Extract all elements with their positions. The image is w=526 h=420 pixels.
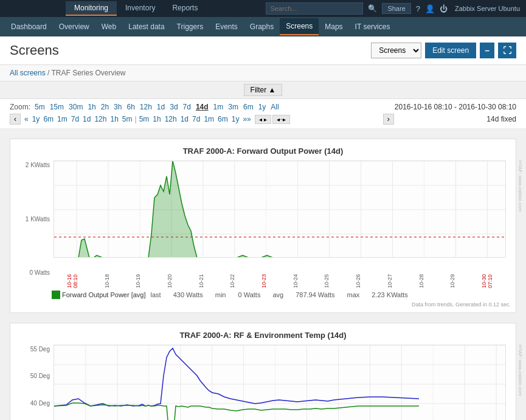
fixed-label: 14d fixed bbox=[486, 115, 516, 123]
zoom-6m[interactable]: 6m bbox=[241, 103, 255, 111]
x-label-1016: 10-16 08:10 bbox=[66, 261, 78, 288]
top-navigation: Monitoring Inventory Reports 🔍 Share ? 👤… bbox=[0, 0, 526, 17]
header-controls: Screens Edit screen – ⛶ bbox=[371, 43, 516, 58]
period-12h-left[interactable]: 12h bbox=[93, 115, 108, 123]
period-1y-right[interactable]: 1y bbox=[230, 115, 241, 123]
legend-color-1 bbox=[52, 291, 60, 299]
zoom-3d[interactable]: 3d bbox=[168, 103, 179, 111]
prev-button[interactable]: ‹ bbox=[10, 114, 21, 125]
chart-1: TRAF 2000-A: Forward Output Power (14d) … bbox=[10, 139, 516, 313]
period-6m-right[interactable]: 6m bbox=[216, 115, 229, 123]
zoom-5m[interactable]: 5m bbox=[33, 103, 47, 111]
stat-max-label: max bbox=[347, 291, 360, 298]
zoom-label: Zoom: bbox=[10, 103, 30, 111]
zoom-links: 5m 15m 30m 1h 2h 3h 6h 12h 1d 3d 7d 14d … bbox=[33, 103, 281, 111]
zoom-all[interactable]: All bbox=[269, 103, 280, 111]
chart-1-watermark: HTAF: www.zabbix.com bbox=[517, 160, 523, 258]
nav-reports[interactable]: Reports bbox=[164, 1, 206, 16]
period-start[interactable]: « bbox=[23, 115, 30, 123]
tab-it-services[interactable]: IT services bbox=[349, 19, 396, 35]
tab-events[interactable]: Events bbox=[209, 19, 244, 35]
tab-web[interactable]: Web bbox=[95, 19, 122, 35]
expand-button[interactable]: ⛶ bbox=[498, 43, 516, 58]
help-icon[interactable]: ? bbox=[416, 4, 420, 13]
minus-button[interactable]: – bbox=[480, 43, 494, 58]
period-5m-left[interactable]: 5m bbox=[121, 115, 134, 123]
tab-screens[interactable]: Screens bbox=[280, 18, 319, 35]
search-input[interactable] bbox=[266, 2, 363, 15]
period-end[interactable]: »» bbox=[241, 115, 252, 123]
tab-latest-data[interactable]: Latest data bbox=[122, 19, 170, 35]
period-1y-left[interactable]: 1y bbox=[31, 115, 41, 123]
power-icon[interactable]: ⏻ bbox=[440, 4, 448, 13]
zoom-30m[interactable]: 30m bbox=[67, 103, 85, 111]
zoom-3h[interactable]: 3h bbox=[112, 103, 123, 111]
tab-overview[interactable]: Overview bbox=[53, 19, 95, 35]
x-label-1022: 10-22 bbox=[229, 261, 235, 288]
zoom-1y[interactable]: 1y bbox=[257, 103, 268, 111]
tab-dashboard[interactable]: Dashboard bbox=[5, 19, 53, 35]
x-label-1020: 10-20 bbox=[167, 261, 173, 288]
tab-maps[interactable]: Maps bbox=[319, 19, 348, 35]
x-label-1026: 10-26 bbox=[355, 261, 361, 288]
search-icon[interactable]: 🔍 bbox=[368, 4, 377, 13]
zoom-14d[interactable]: 14d bbox=[194, 103, 210, 111]
edit-screen-button[interactable]: Edit screen bbox=[425, 43, 476, 58]
period-links-left: « 1y 6m 1m 7d 1d 12h 1h 5m | 5m 1h 12h 1… bbox=[23, 115, 252, 123]
user-icon[interactable]: 👤 bbox=[425, 4, 435, 13]
stat-avg-value-1: 787.94 Watts bbox=[296, 291, 334, 298]
chart-1-y-axis: 2 KWatts 1 KWatts 0 Watts bbox=[20, 160, 54, 288]
period-1h-right[interactable]: 1h bbox=[151, 115, 162, 123]
period-7d-right[interactable]: 7d bbox=[191, 115, 201, 123]
period-5m-right[interactable]: 5m bbox=[138, 115, 151, 123]
period-12h-right[interactable]: 12h bbox=[164, 115, 178, 123]
chart-1-svg-wrapper: 10-16 08:10 10-18 10-19 10-20 10-21 10-2… bbox=[54, 160, 506, 288]
chart-1-footer: Data from trends. Generated in 0.12 sec. bbox=[15, 301, 511, 308]
zoom-1m[interactable]: 1m bbox=[212, 103, 226, 111]
period-1h-left[interactable]: 1h bbox=[109, 115, 119, 123]
breadcrumb-all-screens[interactable]: All screens bbox=[10, 69, 46, 77]
zoom-controls: Zoom: 5m 15m 30m 1h 2h 3h 6h 12h 1d 3d 7… bbox=[10, 103, 281, 111]
top-nav-right: 🔍 Share ? 👤 ⏻ Zabbix Server Ubuntu bbox=[266, 2, 520, 15]
period-1d-right[interactable]: 1d bbox=[179, 115, 190, 123]
zoom-out-btn[interactable]: ◂··▸ bbox=[272, 115, 291, 124]
zoom-2h[interactable]: 2h bbox=[99, 103, 111, 111]
main-content: TRAF 2000-A: Forward Output Power (14d) … bbox=[0, 129, 526, 420]
legend-item-1: Forward Output Power [avg] bbox=[52, 291, 146, 299]
tab-graphs[interactable]: Graphs bbox=[244, 19, 280, 35]
stat-min-value-1: 0 Watts bbox=[238, 291, 261, 298]
zoom-15m[interactable]: 15m bbox=[48, 103, 66, 111]
chart-1-x-axis: 10-16 08:10 10-18 10-19 10-20 10-21 10-2… bbox=[54, 261, 506, 288]
screens-select[interactable]: Screens bbox=[371, 43, 421, 58]
tab-triggers[interactable]: Triggers bbox=[171, 19, 210, 35]
chart-1-svg bbox=[54, 160, 506, 258]
period-7d-left[interactable]: 7d bbox=[70, 115, 80, 123]
period-1m-right[interactable]: 1m bbox=[202, 115, 215, 123]
share-button[interactable]: Share bbox=[382, 3, 410, 14]
zoom-3m[interactable]: 3m bbox=[226, 103, 240, 111]
nav-inventory[interactable]: Inventory bbox=[117, 1, 164, 16]
second-navigation: Dashboard Overview Web Latest data Trigg… bbox=[0, 17, 526, 36]
y-label-0watts: 0 Watts bbox=[20, 269, 50, 276]
period-1d-left[interactable]: 1d bbox=[81, 115, 92, 123]
zoom-in-btn[interactable]: ◂ ▸ bbox=[255, 115, 271, 124]
x-label-1025: 10-25 bbox=[324, 261, 330, 288]
zoom-1h[interactable]: 1h bbox=[86, 103, 97, 111]
x-label-1030: 10-30 07:10 bbox=[481, 261, 493, 288]
chart-1-title: TRAF 2000-A: Forward Output Power (14d) bbox=[15, 146, 511, 156]
zoom-12h[interactable]: 12h bbox=[138, 103, 154, 111]
nav-row: ‹ « 1y 6m 1m 7d 1d 12h 1h 5m | 5m 1h 12h… bbox=[10, 114, 516, 125]
date-range: 2016-10-16 08:10 - 2016-10-30 08:10 bbox=[395, 103, 516, 111]
x-label-1024: 10-24 bbox=[292, 261, 299, 288]
period-1m-left[interactable]: 1m bbox=[56, 115, 69, 123]
nav-monitoring[interactable]: Monitoring bbox=[66, 1, 117, 16]
zoom-7d[interactable]: 7d bbox=[181, 103, 193, 111]
zoom-1d[interactable]: 1d bbox=[155, 103, 167, 111]
filter-button[interactable]: Filter ▲ bbox=[244, 84, 283, 96]
next-button[interactable]: › bbox=[383, 114, 394, 125]
zoom-6h[interactable]: 6h bbox=[125, 103, 136, 111]
page-header: Screens Screens Edit screen – ⛶ bbox=[0, 36, 526, 65]
top-nav-links: Monitoring Inventory Reports bbox=[6, 1, 266, 16]
period-6m-left[interactable]: 6m bbox=[42, 115, 55, 123]
chart-2-svg-wrapper: 10-16 08:10 10-17 10-18 10-19 10-20 10-2… bbox=[54, 345, 506, 420]
